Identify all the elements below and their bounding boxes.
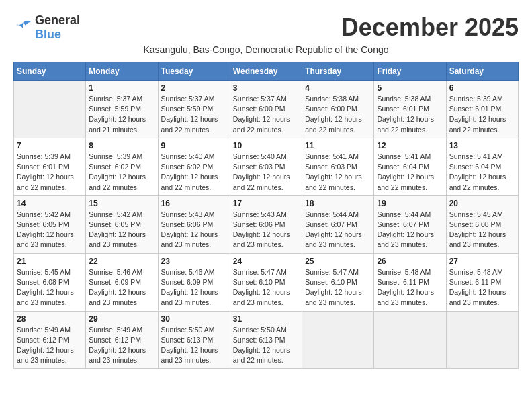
calendar-cell: 16Sunrise: 5:43 AMSunset: 6:06 PMDayligh… [158, 195, 230, 253]
day-info: Sunrise: 5:40 AMSunset: 6:02 PMDaylight:… [161, 152, 227, 193]
day-number: 5 [377, 83, 443, 93]
calendar-header-row: SundayMondayTuesdayWednesdayThursdayFrid… [14, 62, 519, 81]
calendar-cell: 22Sunrise: 5:46 AMSunset: 6:09 PMDayligh… [86, 253, 158, 311]
calendar-header-tuesday: Tuesday [158, 62, 230, 81]
day-number: 13 [449, 141, 515, 150]
logo-general: General [35, 13, 80, 27]
day-info: Sunrise: 5:49 AMSunset: 6:12 PMDaylight:… [89, 325, 154, 366]
calendar-cell: 18Sunrise: 5:44 AMSunset: 6:07 PMDayligh… [302, 195, 374, 253]
calendar-cell: 7Sunrise: 5:39 AMSunset: 6:01 PMDaylight… [14, 138, 86, 195]
day-info: Sunrise: 5:42 AMSunset: 6:05 PMDaylight:… [89, 210, 154, 250]
calendar-cell: 12Sunrise: 5:41 AMSunset: 6:04 PMDayligh… [374, 138, 446, 195]
logo-blue: Blue [35, 28, 61, 41]
calendar-cell: 11Sunrise: 5:41 AMSunset: 6:03 PMDayligh… [302, 138, 374, 195]
day-info: Sunrise: 5:43 AMSunset: 6:06 PMDaylight:… [233, 210, 299, 250]
calendar-cell [446, 311, 518, 369]
day-info: Sunrise: 5:48 AMSunset: 6:11 PMDaylight:… [449, 267, 515, 308]
day-info: Sunrise: 5:39 AMSunset: 6:01 PMDaylight:… [17, 152, 83, 193]
day-info: Sunrise: 5:43 AMSunset: 6:06 PMDaylight:… [161, 210, 227, 250]
calendar-cell: 10Sunrise: 5:40 AMSunset: 6:03 PMDayligh… [230, 138, 302, 195]
day-number: 15 [89, 199, 154, 208]
calendar-cell: 24Sunrise: 5:47 AMSunset: 6:10 PMDayligh… [230, 253, 302, 311]
calendar-header-monday: Monday [86, 62, 158, 81]
day-number: 29 [89, 314, 154, 324]
calendar-cell: 2Sunrise: 5:37 AMSunset: 5:59 PMDaylight… [158, 81, 230, 138]
day-info: Sunrise: 5:44 AMSunset: 6:07 PMDaylight:… [377, 210, 443, 250]
calendar-cell [14, 81, 86, 138]
calendar-cell: 23Sunrise: 5:46 AMSunset: 6:09 PMDayligh… [158, 253, 230, 311]
calendar-cell [374, 311, 446, 369]
day-info: Sunrise: 5:41 AMSunset: 6:04 PMDaylight:… [449, 152, 515, 193]
calendar-week-1: 1Sunrise: 5:37 AMSunset: 5:59 PMDaylight… [14, 81, 519, 138]
day-info: Sunrise: 5:45 AMSunset: 6:08 PMDaylight:… [17, 267, 83, 308]
day-number: 10 [233, 141, 299, 150]
day-info: Sunrise: 5:39 AMSunset: 6:02 PMDaylight:… [89, 152, 154, 193]
calendar-header-saturday: Saturday [446, 62, 518, 81]
day-number: 3 [233, 83, 299, 93]
calendar-header-friday: Friday [374, 62, 446, 81]
calendar-header-sunday: Sunday [14, 62, 86, 81]
day-info: Sunrise: 5:37 AMSunset: 6:00 PMDaylight:… [233, 94, 299, 135]
day-number: 28 [17, 314, 83, 324]
calendar-cell: 14Sunrise: 5:42 AMSunset: 6:05 PMDayligh… [14, 195, 86, 253]
day-number: 17 [233, 199, 299, 208]
calendar-cell: 9Sunrise: 5:40 AMSunset: 6:02 PMDaylight… [158, 138, 230, 195]
day-info: Sunrise: 5:38 AMSunset: 6:00 PMDaylight:… [305, 94, 371, 135]
day-info: Sunrise: 5:46 AMSunset: 6:09 PMDaylight:… [161, 267, 227, 308]
day-info: Sunrise: 5:47 AMSunset: 6:10 PMDaylight:… [233, 267, 299, 308]
calendar-cell: 28Sunrise: 5:49 AMSunset: 6:12 PMDayligh… [14, 311, 86, 369]
day-number: 21 [17, 257, 83, 266]
day-info: Sunrise: 5:41 AMSunset: 6:03 PMDaylight:… [305, 152, 371, 193]
day-info: Sunrise: 5:42 AMSunset: 6:05 PMDaylight:… [17, 210, 83, 250]
calendar-cell: 13Sunrise: 5:41 AMSunset: 6:04 PMDayligh… [446, 138, 518, 195]
calendar-cell: 6Sunrise: 5:39 AMSunset: 6:01 PMDaylight… [446, 81, 518, 138]
subtitle: Kasangulu, Bas-Congo, Democratic Republi… [13, 44, 519, 55]
calendar-cell: 19Sunrise: 5:44 AMSunset: 6:07 PMDayligh… [374, 195, 446, 253]
day-number: 24 [233, 257, 299, 266]
calendar-cell: 21Sunrise: 5:45 AMSunset: 6:08 PMDayligh… [14, 253, 86, 311]
day-number: 20 [449, 199, 515, 208]
day-info: Sunrise: 5:37 AMSunset: 5:59 PMDaylight:… [161, 94, 227, 135]
day-info: Sunrise: 5:50 AMSunset: 6:13 PMDaylight:… [233, 325, 299, 366]
day-number: 26 [377, 257, 443, 266]
calendar-week-4: 21Sunrise: 5:45 AMSunset: 6:08 PMDayligh… [14, 253, 519, 311]
calendar-cell: 17Sunrise: 5:43 AMSunset: 6:06 PMDayligh… [230, 195, 302, 253]
calendar-cell: 30Sunrise: 5:50 AMSunset: 6:13 PMDayligh… [158, 311, 230, 369]
day-info: Sunrise: 5:39 AMSunset: 6:01 PMDaylight:… [449, 94, 515, 135]
day-info: Sunrise: 5:44 AMSunset: 6:07 PMDaylight:… [305, 210, 371, 250]
calendar: SundayMondayTuesdayWednesdayThursdayFrid… [13, 62, 519, 369]
day-number: 1 [89, 83, 154, 93]
day-number: 31 [233, 314, 299, 324]
day-info: Sunrise: 5:48 AMSunset: 6:11 PMDaylight:… [377, 267, 443, 308]
calendar-cell: 1Sunrise: 5:37 AMSunset: 5:59 PMDaylight… [86, 81, 158, 138]
calendar-cell: 4Sunrise: 5:38 AMSunset: 6:00 PMDaylight… [302, 81, 374, 138]
day-number: 11 [305, 141, 371, 150]
day-number: 14 [17, 199, 83, 208]
day-number: 2 [161, 83, 227, 93]
calendar-week-2: 7Sunrise: 5:39 AMSunset: 6:01 PMDaylight… [14, 138, 519, 195]
day-number: 30 [161, 314, 227, 324]
calendar-cell: 15Sunrise: 5:42 AMSunset: 6:05 PMDayligh… [86, 195, 158, 253]
calendar-cell [302, 311, 374, 369]
day-info: Sunrise: 5:45 AMSunset: 6:08 PMDaylight:… [449, 210, 515, 250]
day-number: 12 [377, 141, 443, 150]
day-number: 19 [377, 199, 443, 208]
calendar-cell: 3Sunrise: 5:37 AMSunset: 6:00 PMDaylight… [230, 81, 302, 138]
logo-text: General Blue [35, 13, 80, 42]
calendar-header-wednesday: Wednesday [230, 62, 302, 81]
header: General Blue December 2025 [13, 13, 519, 42]
day-number: 25 [305, 257, 371, 266]
day-number: 4 [305, 83, 371, 93]
calendar-cell: 29Sunrise: 5:49 AMSunset: 6:12 PMDayligh… [86, 311, 158, 369]
day-number: 6 [449, 83, 515, 93]
calendar-header-thursday: Thursday [302, 62, 374, 81]
month-title: December 2025 [341, 13, 519, 42]
calendar-cell: 27Sunrise: 5:48 AMSunset: 6:11 PMDayligh… [446, 253, 518, 311]
day-number: 9 [161, 141, 227, 150]
day-number: 7 [17, 141, 83, 150]
day-number: 8 [89, 141, 154, 150]
calendar-cell: 25Sunrise: 5:47 AMSunset: 6:10 PMDayligh… [302, 253, 374, 311]
day-info: Sunrise: 5:37 AMSunset: 5:59 PMDaylight:… [89, 94, 154, 135]
day-info: Sunrise: 5:41 AMSunset: 6:04 PMDaylight:… [377, 152, 443, 193]
logo-icon [13, 20, 32, 35]
